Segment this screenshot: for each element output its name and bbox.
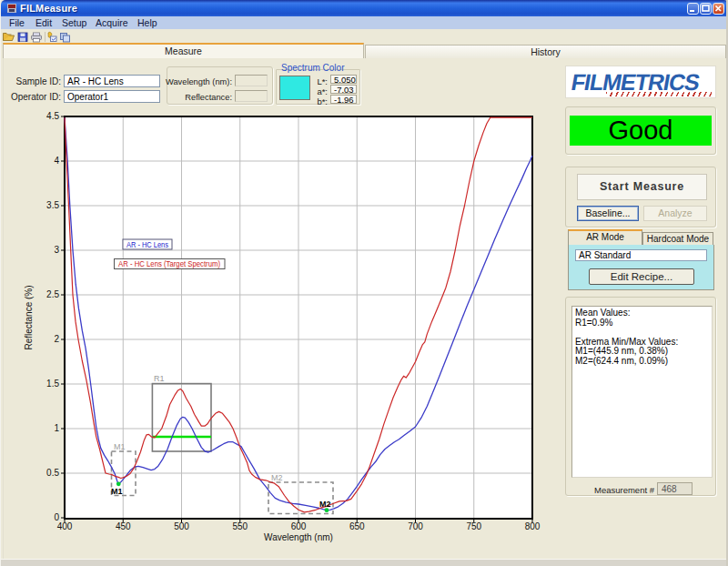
svg-text:AR - HC Lens (Target Spectrum): AR - HC Lens (Target Spectrum) — [118, 259, 220, 268]
svg-text:500: 500 — [174, 521, 189, 531]
svg-text:800: 800 — [525, 521, 541, 531]
svg-text:M2: M2 — [319, 500, 331, 509]
svg-text:0: 0 — [54, 512, 59, 522]
svg-text:4: 4 — [54, 156, 59, 166]
svg-text:550: 550 — [232, 521, 248, 531]
svg-text:0.5: 0.5 — [46, 468, 59, 478]
svg-text:3.5: 3.5 — [46, 200, 59, 210]
svg-text:M2: M2 — [271, 473, 283, 482]
svg-text:450: 450 — [116, 521, 131, 531]
svg-text:1.5: 1.5 — [46, 379, 59, 389]
svg-text:2: 2 — [54, 334, 59, 344]
svg-text:AR - HC Lens: AR - HC Lens — [126, 240, 168, 249]
svg-text:650: 650 — [349, 521, 365, 531]
svg-text:Wavelength (nm): Wavelength (nm) — [264, 532, 333, 542]
svg-text:600: 600 — [291, 521, 307, 531]
svg-text:Reflectance (%): Reflectance (%) — [24, 285, 34, 349]
svg-text:2.5: 2.5 — [46, 289, 59, 299]
svg-text:4.5: 4.5 — [46, 111, 59, 121]
svg-text:750: 750 — [466, 521, 481, 531]
svg-text:1: 1 — [54, 423, 59, 433]
svg-text:M1: M1 — [114, 442, 126, 451]
svg-text:M1: M1 — [111, 487, 123, 496]
svg-text:3: 3 — [54, 245, 59, 255]
svg-text:700: 700 — [408, 521, 423, 531]
svg-text:400: 400 — [57, 521, 73, 531]
svg-text:R1: R1 — [154, 374, 165, 383]
